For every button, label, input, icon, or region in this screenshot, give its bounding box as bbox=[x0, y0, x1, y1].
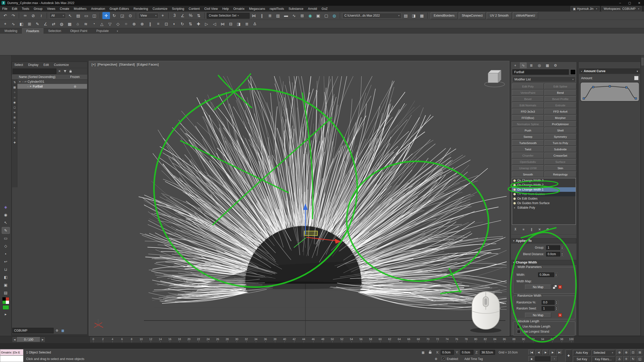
clear-search-icon[interactable]: ✕ bbox=[57, 69, 62, 74]
open-folder-icon[interactable]: ◨ bbox=[410, 12, 418, 19]
explorer-menu-display[interactable]: Display bbox=[26, 63, 41, 67]
width-map-button[interactable]: No Map bbox=[525, 285, 551, 290]
group-spinner-arrows[interactable]: ▲▼ bbox=[560, 245, 564, 250]
menu-edit[interactable]: Edit bbox=[10, 6, 20, 12]
display-materials-icon[interactable]: ◐ bbox=[12, 125, 17, 130]
stack-item-ox-hair-from-guides[interactable]: Ox Hair from Guides bbox=[512, 192, 576, 196]
close-button[interactable]: ✕ bbox=[634, 0, 644, 6]
field-of-view-icon[interactable]: ∆ bbox=[616, 356, 623, 361]
menu-goz[interactable]: GoZ bbox=[319, 6, 330, 12]
curve-panel-options-icon[interactable]: ▾ bbox=[637, 70, 638, 73]
go-to-start-button[interactable]: |◀ bbox=[528, 350, 535, 355]
ribbon-tab-populate[interactable]: Populate bbox=[92, 28, 113, 34]
modifier-button-turn-to-poly[interactable]: Turn to Poly bbox=[544, 140, 576, 146]
modifier-visibility-bulb-icon[interactable] bbox=[513, 202, 516, 205]
select-and-rotate-icon[interactable]: ↻ bbox=[110, 12, 118, 19]
collapsed-panel-handle[interactable] bbox=[641, 58, 643, 65]
bowtie-icon[interactable]: ⋈ bbox=[219, 20, 226, 27]
stack-item-ox-edit-guides[interactable]: Ox Edit Guides bbox=[512, 196, 576, 201]
display-lights-icon[interactable]: ☼ bbox=[12, 95, 17, 100]
angle-snap-icon[interactable]: ∠ bbox=[179, 12, 186, 19]
mirror-icon[interactable]: ⋈ bbox=[250, 12, 258, 19]
column-header-frozen[interactable]: Frozen bbox=[70, 75, 79, 79]
color-swatch[interactable] bbox=[3, 301, 6, 304]
use-pivot-point-icon[interactable]: ⌖ bbox=[159, 12, 167, 19]
pin-explorer-icon[interactable]: ✚ bbox=[12, 140, 17, 145]
plus-tool-icon[interactable]: ✚ bbox=[195, 20, 202, 27]
user-account-button[interactable]: ▣ Hyunsuk Jin ▾ bbox=[571, 6, 599, 11]
ribbon-tab-selection[interactable]: Selection bbox=[44, 28, 65, 34]
bind-to-space-warp-icon[interactable]: ≀ bbox=[37, 12, 45, 19]
solid-box-icon[interactable]: ⊡ bbox=[163, 20, 170, 27]
triple-lines-icon[interactable]: ≣ bbox=[243, 20, 251, 27]
redo-icon[interactable]: ↷ bbox=[10, 12, 17, 19]
maximize-button[interactable]: ▢ bbox=[625, 0, 634, 6]
track-bar-ruler[interactable]: 0246810121416182022242628303234363840424… bbox=[90, 336, 575, 343]
z-coordinate-field[interactable]: 38.52cm bbox=[480, 350, 495, 355]
next-frame-button[interactable]: ▶ bbox=[549, 350, 556, 355]
arc-tool-icon[interactable]: ◔ bbox=[90, 20, 98, 27]
ribbon-tab-modeling[interactable]: Modeling bbox=[0, 28, 22, 34]
menu-modifiers[interactable]: Modifiers bbox=[71, 6, 89, 12]
selection-set-key-dropdown[interactable]: Selected ▾ bbox=[592, 350, 615, 355]
menu-content[interactable]: Content bbox=[186, 6, 202, 12]
rotate-cw-icon[interactable]: ↻ bbox=[179, 20, 186, 27]
set-key-button[interactable]: Set Key bbox=[573, 356, 591, 362]
layer-explorer-icon[interactable]: ≣ bbox=[266, 12, 274, 19]
swap-axes-icon[interactable]: ⇄ bbox=[50, 20, 57, 27]
modifier-button-smooth[interactable]: Smooth bbox=[512, 171, 544, 177]
modifier-button-symmetry[interactable]: Symmetry bbox=[544, 134, 576, 140]
display-helpers-icon[interactable]: ◻ bbox=[12, 105, 17, 110]
toggle-scene-explorer-icon[interactable]: ▥ bbox=[274, 12, 282, 19]
amount-options-button[interactable] bbox=[634, 76, 638, 80]
shapeconnect-button[interactable]: ShapeConnect bbox=[459, 12, 486, 19]
footer-gear-icon[interactable]: ⚙ bbox=[55, 328, 59, 333]
menu-animation[interactable]: Animation bbox=[89, 6, 107, 12]
modifier-visibility-bulb-icon[interactable] bbox=[513, 179, 516, 182]
minus-box-icon[interactable]: ⊟ bbox=[227, 20, 234, 27]
uv2smooth-button[interactable]: UV 2 Smooth bbox=[487, 12, 511, 19]
modifier-button-bend[interactable]: Bend bbox=[544, 90, 576, 96]
display-xrefs-icon[interactable]: ⊟ bbox=[12, 120, 17, 125]
material-editor-icon[interactable]: ◉ bbox=[306, 12, 314, 19]
randomize-percent-spinner[interactable]: 0.0 bbox=[542, 300, 555, 305]
expander-open-icon[interactable]: ▾ bbox=[18, 80, 21, 83]
modifier-button-sweep[interactable]: Sweep bbox=[512, 134, 544, 140]
menu-ornatrix[interactable]: Ornatrix bbox=[231, 6, 247, 12]
modifier-button-turbosmooth[interactable]: TurboSmooth bbox=[512, 140, 544, 146]
triangle-up-icon[interactable]: △ bbox=[98, 20, 106, 27]
blend-distance-spinner[interactable]: 0.0cm bbox=[546, 252, 560, 256]
wave-tool-icon[interactable]: ≋ bbox=[82, 20, 90, 27]
display-cameras-icon[interactable]: ◉ bbox=[12, 100, 17, 105]
display-shapes-icon[interactable]: ○ bbox=[12, 90, 17, 95]
rollout-change-width[interactable]: ▾ Change Width bbox=[511, 260, 576, 265]
maxscript-listener-input[interactable] bbox=[0, 355, 23, 362]
visibility-dot-icon[interactable]: ◦ bbox=[22, 80, 23, 83]
menu-group[interactable]: Group bbox=[31, 6, 45, 12]
ribbon-tab-object-paint[interactable]: Object Paint bbox=[66, 28, 92, 34]
swap-vertical-icon[interactable]: ⇅ bbox=[187, 20, 194, 27]
menu-rendering[interactable]: Rendering bbox=[131, 6, 150, 12]
x-coordinate-field[interactable]: 0.0cm bbox=[441, 350, 454, 355]
key-filters-button[interactable]: Key Filters... bbox=[592, 356, 615, 362]
explorer-menu-edit[interactable]: Edit bbox=[41, 63, 52, 67]
project-path-dropdown[interactable]: C:\Users\UI...ds Max 2022▾ bbox=[342, 13, 401, 19]
schematic-view-icon[interactable]: ⊞ bbox=[298, 12, 306, 19]
diamond-tool-icon[interactable]: ◇ bbox=[114, 20, 122, 27]
auto-key-button[interactable]: Auto Key bbox=[573, 350, 591, 355]
pan-icon[interactable]: ✛ bbox=[623, 356, 629, 361]
image-tool-icon[interactable]: ▣ bbox=[2, 282, 10, 288]
footer-grid-icon[interactable]: ▦ bbox=[60, 328, 65, 333]
undo-tool-icon[interactable]: ↩ bbox=[2, 258, 10, 265]
blend-distance-spinner-arrows[interactable]: ▲▼ bbox=[560, 252, 564, 256]
modifier-button-ffd-box[interactable]: FFD(Box) bbox=[512, 115, 544, 121]
fill-tool-icon[interactable]: ◧ bbox=[2, 274, 10, 281]
stack-item-editable-poly[interactable]: ▸Editable Poly bbox=[512, 205, 576, 210]
orbit-icon[interactable]: ↻ bbox=[630, 356, 636, 361]
column-header-name[interactable]: Name (Sorted Descending) bbox=[12, 75, 55, 79]
zoom-extents-all-icon[interactable]: ⊞ bbox=[637, 350, 643, 355]
curve-tool-icon[interactable]: ∿ bbox=[10, 20, 17, 27]
menu-create[interactable]: Create bbox=[58, 6, 72, 12]
marquee-tool-icon[interactable]: ▭ bbox=[2, 235, 10, 242]
play-animation-button[interactable]: ▶ bbox=[542, 350, 549, 355]
